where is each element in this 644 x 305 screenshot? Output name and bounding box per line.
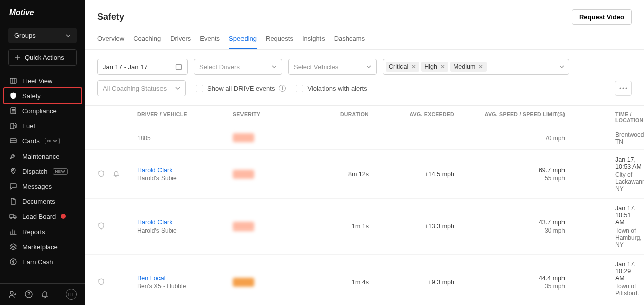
table-row[interactable]: Harold Clark Harold's Subie 1m 1s +13.3 … [85, 199, 644, 255]
location: City of Lackawanna, NY [615, 171, 644, 192]
chevron-down-icon [366, 64, 371, 69]
table-row[interactable]: Ben Local Ben's X5 - Hubble 1m 4s +9.3 m… [85, 255, 644, 295]
groups-select[interactable]: Groups [8, 28, 77, 43]
table-row[interactable]: 1805 70 mph Brentwood, TN [85, 129, 644, 150]
nav-label: Cards [22, 137, 40, 145]
avg-speed: 69.7 mph [454, 167, 565, 174]
remove-tag-icon[interactable]: ✕ [440, 63, 445, 70]
row-icons [97, 170, 137, 179]
exceeded-cell: +13.3 mph [369, 223, 454, 230]
nav-label: Reports [22, 228, 45, 236]
driver-cell: Harold Clark Harold's Subie [137, 167, 233, 182]
nav-label: Messages [22, 183, 52, 190]
svg-point-4 [13, 170, 14, 171]
sidebar-item-safety[interactable]: Safety [0, 88, 85, 103]
coaching-placeholder: All Coaching Statuses [103, 85, 167, 92]
table-row[interactable]: Harold Clark Harold's Subie 8m 12s +14.5… [85, 150, 644, 199]
add-user-icon[interactable] [8, 290, 17, 299]
sidebar-item-documents[interactable]: Documents [0, 194, 85, 209]
driver-link[interactable]: Harold Clark [137, 167, 233, 174]
chart-icon [9, 227, 17, 236]
help-icon[interactable] [24, 290, 33, 299]
sidebar-item-compliance[interactable]: Compliance [0, 103, 85, 118]
tab-requests[interactable]: Requests [266, 30, 293, 49]
chevron-down-icon [272, 64, 277, 69]
location-cell: Brentwood, TN [565, 130, 644, 145]
sidebar-item-fuel[interactable]: Fuel [0, 118, 85, 133]
more-button[interactable] [615, 81, 632, 96]
shield-icon [97, 278, 105, 287]
severity-tag: Medium✕ [450, 62, 487, 72]
speed-cell: 69.7 mph 55 mph [454, 167, 565, 182]
svg-point-13 [623, 88, 624, 89]
speed-limit: 55 mph [454, 175, 565, 182]
request-video-button[interactable]: Request Video [572, 9, 632, 25]
event-time: Jan 17, 10:53 AM [615, 156, 644, 170]
nav-label: Dispatch [22, 168, 48, 175]
remove-tag-icon[interactable]: ✕ [478, 63, 484, 70]
tab-coaching[interactable]: Coaching [133, 30, 161, 49]
tab-insights[interactable]: Insights [302, 30, 325, 49]
brand-logo: Motive [0, 0, 85, 24]
nav-label: Marketplace [22, 243, 58, 251]
dots-icon [619, 87, 627, 89]
severity-badge [233, 133, 254, 142]
tab-events[interactable]: Events [200, 30, 220, 49]
bell-icon [112, 170, 120, 179]
drivers-filter[interactable]: Select Drivers [194, 59, 282, 75]
location-cell: Jan 17, 10:51 AM Town of Hamburg, NY [565, 205, 642, 248]
vehicle-name: 1805 [137, 135, 233, 142]
wrench-icon [9, 152, 17, 160]
sidebar-item-marketplace[interactable]: Marketplace [0, 239, 85, 254]
sidebar-item-earn-cash[interactable]: Earn Cash [0, 254, 85, 269]
svg-point-7 [14, 218, 15, 219]
sidebar-item-dispatch[interactable]: DispatchNEW [0, 164, 85, 179]
sidebar-footer: HT [0, 283, 85, 305]
show-all-drive-label: Show all DRIVE events [207, 85, 275, 92]
bell-icon[interactable] [40, 290, 49, 299]
plus-icon [14, 54, 21, 61]
event-time: Jan 17, 10:29 AM [615, 261, 639, 282]
sidebar-item-cards[interactable]: CardsNEW [0, 133, 85, 148]
sidebar-item-fleet-view[interactable]: Fleet View [0, 73, 85, 88]
sidebar-item-load-board[interactable]: Load Board [0, 209, 85, 224]
vehicle-name: Harold's Subie [137, 227, 233, 234]
tab-overview[interactable]: Overview [97, 30, 124, 49]
svg-point-9 [10, 291, 13, 294]
page-title: Safety [97, 12, 124, 22]
speed-cell: 70 mph [454, 134, 565, 142]
tab-drivers[interactable]: Drivers [170, 30, 191, 49]
col-speed: AVG. SPEED / SPEED LIMIT(S) [454, 106, 565, 129]
driver-cell: 1805 [137, 134, 233, 142]
chat-icon [9, 182, 17, 190]
severity-badge [233, 170, 254, 179]
tag-label: High [424, 63, 437, 70]
chevron-down-icon [175, 86, 180, 91]
show-all-drive-checkbox[interactable]: Show all DRIVE events i [196, 85, 286, 92]
avatar[interactable]: HT [66, 289, 77, 300]
driver-link[interactable]: Harold Clark [137, 219, 233, 226]
nav-label: Compliance [22, 107, 57, 115]
vehicles-placeholder: Select Vehicles [294, 63, 338, 71]
severity-filter[interactable]: Critical✕High✕Medium✕ [383, 59, 569, 75]
quick-actions-button[interactable]: Quick Actions [8, 49, 77, 66]
nav-label: Safety [22, 92, 41, 100]
driver-link[interactable]: Ben Local [137, 275, 233, 282]
vehicles-filter[interactable]: Select Vehicles [288, 59, 377, 75]
alert-dot [61, 214, 66, 219]
sidebar-item-maintenance[interactable]: Maintenance [0, 148, 85, 164]
card-icon [9, 137, 17, 145]
shield-icon [97, 222, 105, 232]
coaching-status-filter[interactable]: All Coaching Statuses [97, 80, 186, 96]
sidebar-item-messages[interactable]: Messages [0, 179, 85, 194]
remove-tag-icon[interactable]: ✕ [411, 63, 416, 70]
col-driver: DRIVER / VEHICLE [137, 106, 233, 129]
date-range-filter[interactable]: Jan 17 - Jan 17 [97, 59, 188, 75]
table-body[interactable]: 1805 70 mph Brentwood, TN Harold Clark H… [85, 129, 644, 295]
violations-alerts-checkbox[interactable]: Violations with alerts [296, 85, 367, 92]
tab-dashcams[interactable]: Dashcams [334, 30, 365, 49]
col-exceeded: AVG. EXCEEDED [369, 106, 454, 129]
tab-speeding[interactable]: Speeding [229, 30, 257, 49]
sidebar-item-reports[interactable]: Reports [0, 224, 85, 239]
info-icon[interactable]: i [279, 85, 286, 92]
